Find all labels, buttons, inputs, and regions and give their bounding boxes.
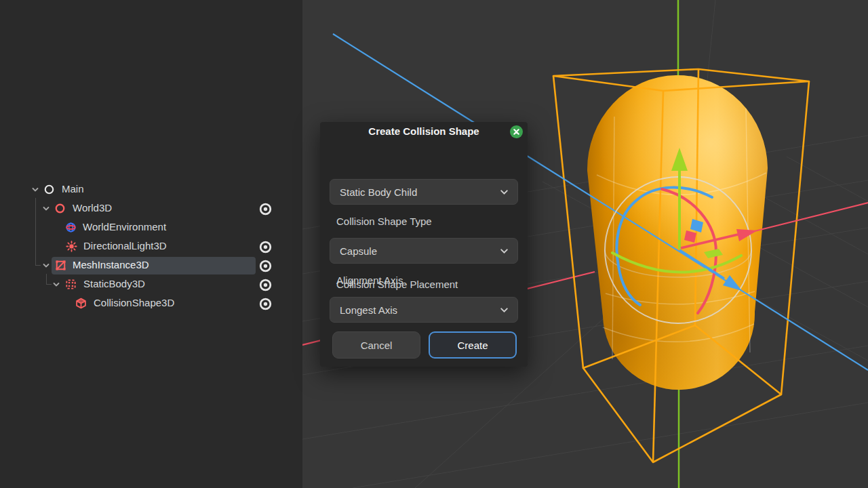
editor-window: Main World3D WorldEnvironment Directiona… [0,0,868,488]
node3d-icon [54,203,66,214]
tree-node-label: WorldEnvironment [83,221,166,232]
chevron-down-icon [499,246,509,256]
tree-row-world3d[interactable]: World3D [0,199,302,218]
visibility-eye-icon[interactable] [258,296,273,312]
close-icon [513,129,519,135]
alignment-axis-select[interactable]: Longest Axis [330,297,518,323]
tree-node-label: DirectionalLight3D [83,240,167,251]
cancel-button[interactable]: Cancel [332,331,420,359]
visibility-eye-icon[interactable] [258,239,273,255]
collision-shape-icon [75,298,87,309]
visibility-eye-icon[interactable] [258,277,273,293]
static-body-icon [65,279,77,290]
shape-type-select[interactable]: Capsule [330,238,518,264]
tree-node-label: World3D [73,202,112,214]
alignment-axis-value: Longest Axis [340,304,499,316]
tree-node-label: Main [62,183,84,195]
tree-row-worldenvironment[interactable]: WorldEnvironment [0,218,302,237]
directional-light-icon [66,241,77,252]
create-button[interactable]: Create [429,331,517,359]
shape-type-label: Collision Shape Type [336,216,432,227]
chevron-down-icon[interactable] [31,186,39,194]
dialog-close-button[interactable] [510,125,523,138]
visibility-eye-icon[interactable] [258,258,273,274]
chevron-down-icon[interactable] [52,281,60,289]
scene-tree-panel: Main World3D WorldEnvironment Directiona… [0,0,302,488]
tree-row-collisionshape3d[interactable]: CollisionShape3D [0,294,302,313]
chevron-down-icon [499,305,509,315]
tree-row-meshinstance3d[interactable]: MeshInstance3D [0,256,302,275]
chevron-down-icon [499,187,509,197]
x-axis-line-right [755,203,868,231]
world-environment-icon [65,222,77,233]
placement-value: Static Body Child [340,186,499,198]
dialog-title: Create Collision Shape [320,125,528,137]
tree-row-main[interactable]: Main [0,180,302,199]
shape-type-value: Capsule [340,245,499,257]
alignment-axis-label: Alignment Axis [336,274,403,286]
chevron-down-icon[interactable] [42,262,50,270]
chevron-down-icon[interactable] [42,205,50,213]
placement-select[interactable]: Static Body Child [330,179,518,205]
tree-node-label: StaticBody3D [83,278,145,289]
node-circle-icon [43,184,55,195]
tree-node-label: CollisionShape3D [94,297,174,308]
visibility-eye-icon[interactable] [258,201,273,217]
tree-node-label: MeshInstance3D [73,259,149,270]
tree-row-directionallight3d[interactable]: DirectionalLight3D [0,237,302,256]
tree-row-staticbody3d[interactable]: StaticBody3D [0,275,302,294]
mesh-instance-icon [55,260,66,271]
create-collision-shape-dialog: Create Collision Shape Collision Shape P… [320,122,528,367]
